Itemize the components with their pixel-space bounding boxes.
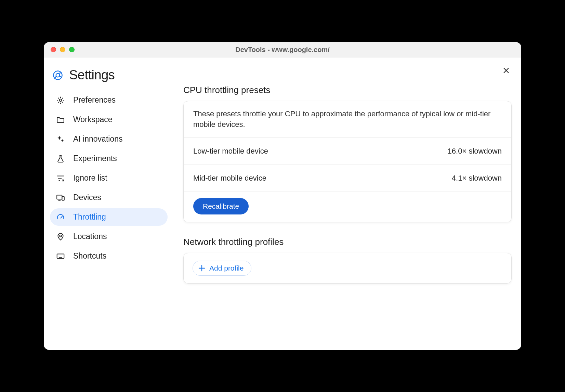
network-profiles-card: Add profile	[183, 253, 512, 284]
sidebar-item-workspace[interactable]: Workspace	[50, 111, 168, 128]
close-icon	[502, 67, 510, 74]
cpu-preset-row: Low-tier mobile device 16.0× slowdown	[184, 138, 511, 165]
gear-icon	[56, 96, 65, 105]
titlebar: DevTools - www.google.com/	[44, 42, 521, 57]
filter-remove-icon	[56, 174, 65, 183]
settings-sidebar: Settings Preferences Workspace	[44, 57, 174, 350]
speedometer-icon	[56, 213, 65, 222]
sidebar-item-label: AI innovations	[73, 134, 122, 144]
network-card-body: Add profile	[184, 253, 511, 283]
cpu-preset-value: 4.1× slowdown	[452, 174, 502, 183]
settings-header: Settings	[50, 68, 168, 82]
devices-icon	[56, 193, 65, 202]
cpu-preset-value: 16.0× slowdown	[448, 147, 502, 156]
sidebar-item-label: Devices	[73, 193, 101, 202]
close-settings-button[interactable]	[501, 65, 512, 76]
sidebar-item-label: Workspace	[73, 115, 113, 124]
location-pin-icon	[56, 232, 65, 241]
sidebar-item-experiments[interactable]: Experiments	[50, 150, 168, 167]
sidebar-item-label: Locations	[73, 232, 107, 241]
cpu-preset-row: Mid-tier mobile device 4.1× slowdown	[184, 165, 511, 192]
minimize-window-button[interactable]	[60, 47, 65, 52]
cpu-section-title: CPU throttling presets	[183, 85, 512, 95]
plus-icon	[198, 264, 206, 272]
sidebar-item-label: Ignore list	[73, 173, 107, 183]
window-body: Settings Preferences Workspace	[44, 57, 521, 350]
cpu-preset-name: Mid-tier mobile device	[193, 174, 266, 183]
settings-nav: Preferences Workspace AI innovations	[50, 91, 168, 265]
close-window-button[interactable]	[51, 47, 56, 52]
keyboard-icon	[56, 252, 65, 261]
cpu-preset-name: Low-tier mobile device	[193, 147, 268, 156]
sidebar-item-label: Shortcuts	[73, 251, 106, 261]
add-profile-label: Add profile	[209, 264, 244, 272]
svg-rect-6	[57, 254, 64, 258]
add-profile-button[interactable]: Add profile	[193, 261, 251, 276]
sidebar-item-label: Experiments	[73, 154, 117, 163]
folder-icon	[56, 115, 65, 124]
network-section-title: Network throttling profiles	[183, 237, 512, 247]
sidebar-item-label: Preferences	[73, 95, 116, 105]
sidebar-item-throttling[interactable]: Throttling	[50, 208, 168, 226]
recalibrate-button[interactable]: Recalibrate	[193, 198, 249, 214]
settings-main: CPU throttling presets These presets thr…	[174, 57, 521, 350]
svg-point-5	[60, 235, 61, 237]
chrome-icon	[53, 70, 63, 80]
sidebar-item-label: Throttling	[73, 212, 106, 222]
sidebar-item-preferences[interactable]: Preferences	[50, 91, 168, 109]
sparkle-icon	[56, 135, 65, 144]
sidebar-item-locations[interactable]: Locations	[50, 228, 168, 245]
cpu-presets-description: These presets throttle your CPU to appro…	[184, 101, 511, 138]
svg-rect-3	[57, 195, 62, 199]
sidebar-item-ignore-list[interactable]: Ignore list	[50, 169, 168, 187]
flask-icon	[56, 154, 65, 163]
maximize-window-button[interactable]	[69, 47, 75, 52]
devtools-settings-window: DevTools - www.google.com/ Settings Pref…	[44, 42, 521, 350]
window-title: DevTools - www.google.com/	[44, 46, 521, 54]
sidebar-item-shortcuts[interactable]: Shortcuts	[50, 247, 168, 265]
sidebar-item-ai-innovations[interactable]: AI innovations	[50, 130, 168, 148]
page-title: Settings	[69, 68, 115, 82]
svg-point-2	[60, 99, 62, 101]
window-controls	[51, 47, 75, 52]
sidebar-item-devices[interactable]: Devices	[50, 189, 168, 206]
svg-rect-4	[62, 196, 64, 200]
cpu-card-footer: Recalibrate	[184, 192, 511, 222]
cpu-presets-card: These presets throttle your CPU to appro…	[183, 101, 512, 222]
